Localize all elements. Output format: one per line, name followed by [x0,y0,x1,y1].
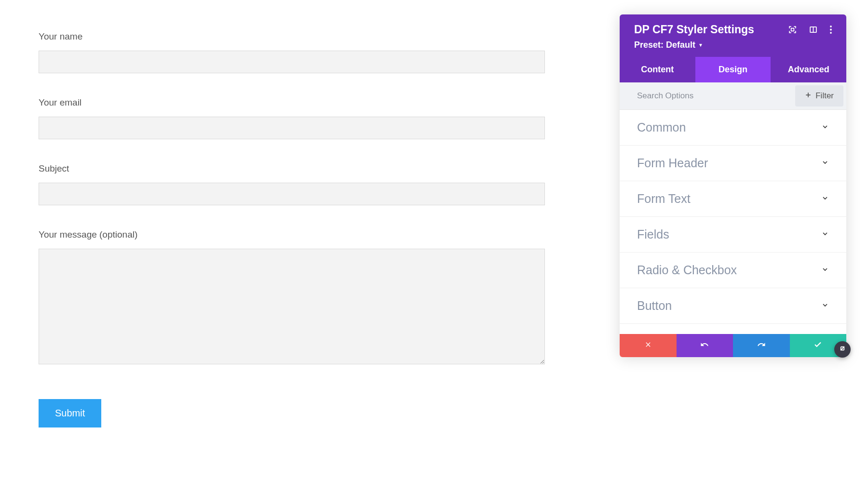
chevron-down-icon [821,159,829,168]
input-email[interactable] [39,117,545,139]
option-label: Radio & Checkbox [637,263,737,277]
panel-tabs: Content Design Advanced [620,57,846,82]
option-button[interactable]: Button [620,288,846,324]
option-message[interactable]: Message [620,324,846,334]
chevron-down-icon [821,301,829,311]
undo-button[interactable] [677,334,733,357]
search-row: Filter [620,82,846,110]
resize-icon [839,345,846,354]
svg-line-8 [841,347,844,350]
more-icon[interactable] [830,26,832,34]
preset-label: Preset: Default [634,40,695,50]
panel-title: DP CF7 Styler Settings [634,23,754,36]
option-common[interactable]: Common [620,110,846,146]
option-label: Common [637,120,686,134]
option-form-header[interactable]: Form Header [620,146,846,181]
svg-point-3 [830,26,832,27]
split-view-icon[interactable] [809,26,817,34]
svg-point-5 [830,32,832,34]
plus-icon [805,91,812,101]
cancel-button[interactable] [620,334,677,357]
search-input[interactable] [620,84,795,107]
options-list[interactable]: Common Form Header Form Text Fields Radi… [620,110,846,334]
option-form-text[interactable]: Form Text [620,181,846,217]
preset-selector[interactable]: Preset: Default ▼ [634,40,832,50]
chevron-down-icon [821,266,829,275]
filter-label: Filter [815,91,834,101]
settings-panel: DP CF7 Styler Settings Preset: Default ▼… [620,14,846,357]
tab-advanced[interactable]: Advanced [771,57,846,82]
panel-footer [620,334,846,357]
option-radio-checkbox[interactable]: Radio & Checkbox [620,253,846,288]
chevron-down-icon [821,123,829,133]
option-fields[interactable]: Fields [620,217,846,253]
panel-header: DP CF7 Styler Settings Preset: Default ▼ [620,14,846,57]
input-name[interactable] [39,51,545,73]
option-label: Button [637,299,672,313]
submit-button[interactable]: Submit [39,399,101,427]
caret-down-icon: ▼ [698,42,703,48]
close-icon [644,341,652,350]
textarea-message[interactable] [39,249,545,364]
redo-button[interactable] [733,334,790,357]
resize-handle[interactable] [834,341,851,358]
option-label: Form Text [637,192,691,206]
option-label: Form Header [637,156,708,170]
svg-rect-0 [791,28,794,31]
filter-button[interactable]: Filter [795,85,843,107]
option-label: Fields [637,227,669,241]
check-icon [814,340,822,351]
undo-icon [700,340,709,351]
tab-design[interactable]: Design [695,57,771,82]
svg-point-4 [830,29,832,31]
input-subject[interactable] [39,183,545,205]
tab-content[interactable]: Content [620,57,695,82]
redo-icon [757,340,766,351]
fullscreen-icon[interactable] [788,26,797,34]
chevron-down-icon [821,230,829,240]
chevron-down-icon [821,194,829,204]
